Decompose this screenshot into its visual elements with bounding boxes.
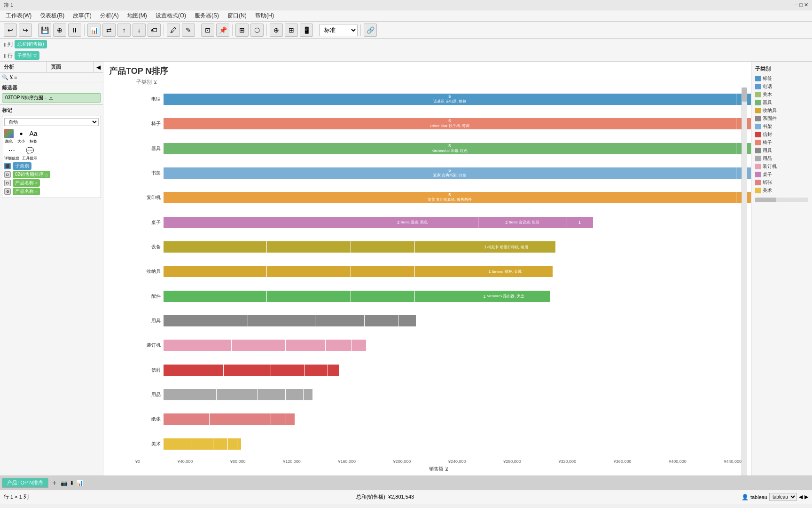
sheet-tab-active[interactable]: 产品TOP N排序 xyxy=(2,478,48,488)
annotate-button[interactable]: ✎ xyxy=(182,24,195,37)
bar-segment[interactable]: 5Office Star 扶手椅, 可调 xyxy=(164,118,736,129)
bar-segment[interactable] xyxy=(164,438,192,450)
sheet-capture-btn[interactable]: 📷 xyxy=(61,480,68,486)
bar-segment[interactable] xyxy=(232,340,285,351)
bar-segment[interactable] xyxy=(192,438,213,450)
bar-segment[interactable] xyxy=(415,291,457,302)
label-button[interactable]: 🏷 xyxy=(148,24,161,37)
menu-format[interactable]: 设置格式(O) xyxy=(152,11,190,21)
bar-segment[interactable] xyxy=(164,217,347,228)
row-pill[interactable]: 子类别 ▽ xyxy=(15,51,39,60)
subcategory-filter-icon[interactable]: ⊻ xyxy=(154,79,157,85)
bar-segment[interactable] xyxy=(258,389,286,400)
bar-segment[interactable]: 5宜家 古典书架, 白色 xyxy=(164,167,736,179)
bar-segment[interactable] xyxy=(286,389,303,400)
highlight-button[interactable]: 🖊 xyxy=(167,24,180,37)
bar-segment[interactable] xyxy=(415,241,457,253)
rank-pill[interactable]: 02销售额排序 △ xyxy=(13,171,50,178)
bar-segment[interactable]: 5诺基亚 充电器, 整包 xyxy=(164,94,736,105)
marks-type-dropdown[interactable]: 自动 xyxy=(4,118,99,126)
sort-desc-button[interactable]: ↓ xyxy=(133,24,146,37)
share-button[interactable]: 🔗 xyxy=(364,24,377,37)
bar-segment[interactable] xyxy=(352,340,366,351)
bar-segment[interactable] xyxy=(305,365,328,376)
bar-segment[interactable]: 1 Smead 锁柜, 金属 xyxy=(457,266,553,277)
bar-segment[interactable] xyxy=(315,315,364,326)
col-pill[interactable]: 总和(销售额) xyxy=(15,40,47,48)
bar-segment[interactable] xyxy=(210,413,246,425)
bar-segment[interactable]: 1 xyxy=(567,217,593,228)
marks-detail-btn[interactable]: ⋯ 详细信息 xyxy=(4,146,19,161)
bar-segment[interactable] xyxy=(224,365,270,376)
subcategory-pill[interactable]: 子类别 xyxy=(13,162,31,170)
bar-segment[interactable] xyxy=(267,291,350,302)
menu-story[interactable]: 故事(T) xyxy=(69,11,95,21)
bar-segment[interactable] xyxy=(164,413,209,425)
bar-segment[interactable] xyxy=(164,365,223,376)
new-datasource-button[interactable]: ⊕ xyxy=(53,24,66,37)
sheet-export-btn[interactable]: ⬇ xyxy=(70,480,74,486)
bar-segment[interactable] xyxy=(415,266,457,277)
bar-segment[interactable]: 5KitchenAid 冰箱, 红色 xyxy=(164,143,736,154)
fix-axes-button[interactable]: 📌 xyxy=(216,24,229,37)
bar-segment[interactable] xyxy=(164,315,248,326)
menu-server[interactable]: 服务器(S) xyxy=(191,11,223,21)
legend-scrollbar-thumb[interactable] xyxy=(755,198,776,202)
filter-pill-03top[interactable]: 03TOP N排序范围... △ xyxy=(2,93,101,103)
bar-segment[interactable] xyxy=(326,340,351,351)
bar-segment[interactable] xyxy=(246,413,271,425)
status-arrow-left[interactable]: ◀ xyxy=(799,494,803,500)
menu-worksheet[interactable]: 工作表(W) xyxy=(2,11,35,21)
bar-segment[interactable] xyxy=(164,266,266,277)
menu-dashboard[interactable]: 仪表板(B) xyxy=(36,11,68,21)
marks-size-btn[interactable]: ● 大小 xyxy=(16,129,26,144)
swap-button[interactable]: ⇄ xyxy=(102,24,116,37)
pause-button[interactable]: ⏸ xyxy=(68,24,81,37)
chart-scrollbar[interactable] xyxy=(742,87,747,476)
bar-segment[interactable] xyxy=(237,438,241,450)
fit-button[interactable]: ⊡ xyxy=(201,24,214,37)
bar-segment[interactable] xyxy=(351,241,415,253)
view-button[interactable]: ⊞ xyxy=(235,24,249,37)
bar-segment[interactable] xyxy=(164,241,266,253)
bar-segment[interactable] xyxy=(228,438,237,450)
bar-segment[interactable] xyxy=(164,291,266,302)
window-controls[interactable]: ─ □ ✕ xyxy=(794,2,808,8)
bar-segment[interactable] xyxy=(267,266,350,277)
product2-pill[interactable]: 产品名称 = xyxy=(13,188,40,195)
bar-segment[interactable]: 1 柯尼卡 喷墨打印机, 耐用 xyxy=(457,241,555,253)
bar-segment[interactable] xyxy=(351,266,415,277)
scrollbar-thumb[interactable] xyxy=(742,87,747,102)
bar-segment[interactable]: 1 Memorex 路由器, 夹盒 xyxy=(457,291,550,302)
marks-color-btn[interactable]: 颜色 xyxy=(4,129,14,144)
export-button[interactable]: ⬡ xyxy=(250,24,264,37)
product1-pill[interactable]: 产品名称 = xyxy=(13,179,40,187)
bar-segment[interactable] xyxy=(267,241,350,253)
menu-map[interactable]: 地图(M) xyxy=(124,11,151,21)
bar-segment[interactable] xyxy=(286,340,325,351)
undo-button[interactable]: ↩ xyxy=(4,24,17,37)
bar-segment[interactable] xyxy=(328,365,339,376)
bar-segment[interactable] xyxy=(248,315,315,326)
fit-dropdown[interactable]: 标准 整个视图 xyxy=(319,24,358,36)
list-icon[interactable]: ≡ xyxy=(14,75,17,80)
show-me-button[interactable]: 📊 xyxy=(87,24,101,37)
bar-segment[interactable]: 2 Bevis 会议桌, 组装 xyxy=(478,217,567,228)
bar-segment[interactable] xyxy=(164,340,231,351)
menu-analysis[interactable]: 分析(A) xyxy=(96,11,123,21)
pages-tab[interactable]: 页面 xyxy=(47,62,94,72)
bar-segment[interactable] xyxy=(304,389,312,400)
legend-scrollbar[interactable] xyxy=(755,198,808,202)
filter-icon[interactable]: ⊻ xyxy=(9,74,13,80)
bar-segment[interactable] xyxy=(213,438,227,450)
status-arrow-right[interactable]: ▶ xyxy=(804,494,808,500)
bar-segment[interactable] xyxy=(271,413,286,425)
full-button[interactable]: ⊞ xyxy=(285,24,298,37)
redo-button[interactable]: ↪ xyxy=(19,24,32,37)
menu-window[interactable]: 窗口(N) xyxy=(224,11,250,21)
panel-collapse[interactable]: ◀ xyxy=(94,62,103,72)
present-button[interactable]: ⊕ xyxy=(270,24,283,37)
add-sheet-button[interactable]: + xyxy=(52,479,56,487)
bar-segment[interactable]: 5复普 复印传真机, 每售两件 xyxy=(164,192,736,203)
bar-segment[interactable] xyxy=(351,291,415,302)
